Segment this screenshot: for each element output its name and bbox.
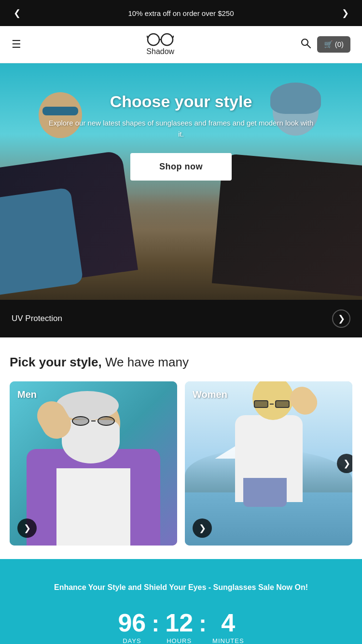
announcement-bar: ❮ 10% extra off on order over $250 ❯	[0, 0, 362, 26]
style-card-men-arrow[interactable]: ❯	[17, 518, 37, 538]
countdown-minutes-label: MINUTES	[212, 637, 244, 644]
hero-section: Choose your style Explore our new latest…	[0, 63, 362, 300]
announcement-text: 10% extra off on order over $250	[128, 9, 234, 17]
sale-section: Enhance Your Style and Shield Your Eyes …	[0, 559, 362, 644]
logo-text: Shadow	[146, 47, 174, 56]
shop-now-button[interactable]: Shop now	[130, 153, 232, 181]
countdown-days-label: DAYS	[123, 637, 141, 644]
countdown-hours: 12 HOURS	[165, 610, 193, 644]
hamburger-icon[interactable]: ☰	[12, 38, 21, 51]
uv-protection-bar: UV Protection ❯	[0, 300, 362, 337]
header-left: ☰	[12, 38, 21, 51]
hero-title: Choose your style	[10, 92, 352, 111]
countdown-hours-number: 12	[165, 610, 193, 635]
style-section-heading: Pick your style, We have many	[10, 355, 352, 370]
style-card-women: Women ❯ ❯	[185, 381, 352, 546]
header-logo: Shadow	[21, 33, 300, 56]
countdown-days-number: 96	[118, 610, 146, 635]
search-icon[interactable]	[300, 37, 311, 52]
cart-button[interactable]: 🛒 (0)	[317, 36, 351, 53]
uv-bar-arrow[interactable]: ❯	[332, 309, 350, 328]
svg-point-1	[161, 34, 173, 45]
uv-protection-label: UV Protection	[12, 314, 62, 323]
style-card-women-label: Women	[193, 389, 227, 400]
header: ☰ Shadow 🛒 (0)	[0, 26, 362, 63]
announcement-prev-arrow[interactable]: ❮	[10, 6, 24, 20]
countdown-sep-1: :	[152, 612, 159, 643]
announcement-next-arrow[interactable]: ❯	[338, 6, 352, 20]
countdown-hours-label: HOURS	[167, 637, 192, 644]
svg-line-6	[307, 45, 310, 48]
style-grid: Men ❯	[10, 381, 352, 546]
style-section: Pick your style, We have many	[0, 337, 362, 559]
countdown-minutes-number: 4	[221, 610, 235, 635]
svg-line-3	[147, 36, 148, 38]
svg-point-0	[148, 34, 159, 45]
style-card-right-arrow[interactable]: ❯	[337, 454, 352, 473]
countdown-days: 96 DAYS	[118, 610, 146, 644]
style-card-men-label: Men	[17, 389, 37, 400]
countdown-timer: 96 DAYS : 12 HOURS : 4 MINUTES	[10, 610, 352, 644]
svg-line-4	[173, 36, 174, 38]
header-right: 🛒 (0)	[300, 36, 351, 53]
hero-subtitle: Explore our new latest shapes of sunglas…	[46, 118, 316, 140]
style-card-women-arrow[interactable]: ❯	[193, 518, 212, 538]
style-heading-bold: Pick your style,	[10, 355, 102, 369]
style-card-men: Men ❯	[10, 381, 177, 546]
hero-content: Choose your style Explore our new latest…	[0, 63, 362, 181]
logo-glasses-icon	[147, 33, 174, 46]
countdown-minutes: 4 MINUTES	[212, 610, 244, 644]
sale-tagline: Enhance Your Style and Shield Your Eyes …	[10, 582, 352, 593]
countdown-sep-2: :	[199, 612, 207, 643]
style-heading-normal: We have many	[102, 355, 189, 369]
